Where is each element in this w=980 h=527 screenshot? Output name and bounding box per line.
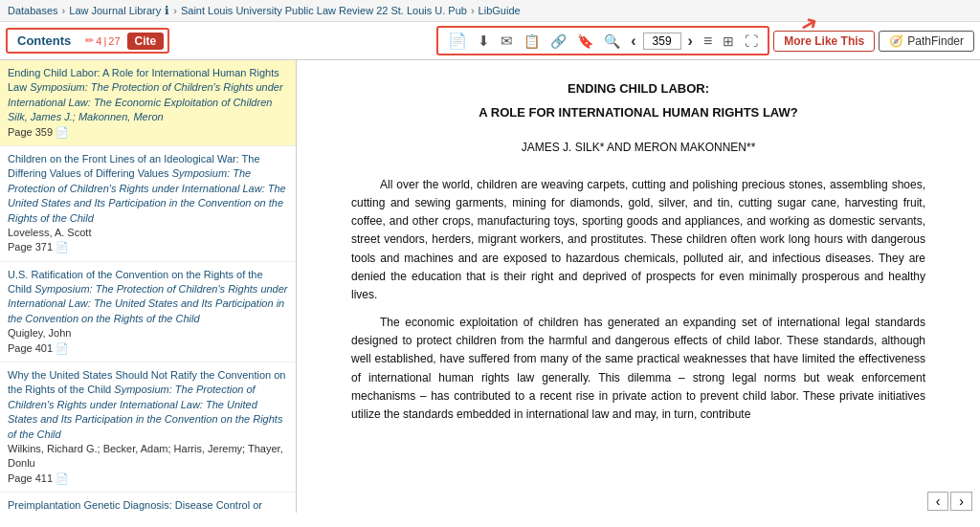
download-button[interactable]: ⬇	[474, 31, 494, 52]
search-icon: 🔍	[604, 33, 620, 49]
document-content: ENDING CHILD LABOR: A ROLE FOR INTERNATI…	[351, 79, 925, 424]
expand-icon: ⛶	[745, 33, 758, 49]
doc-authors: JAMES J. SILK* AND MERON MAKONNEN**	[351, 139, 925, 157]
toc-item-5[interactable]: Preimplantation Genetic Diagnosis: Disea…	[0, 493, 296, 513]
toc-item-1[interactable]: Ending Child Labor: A Role for Internati…	[0, 60, 296, 146]
grid-icon: ⊞	[723, 33, 734, 49]
toc-item-3-title: U.S. Ratification of the Convention on t…	[8, 268, 288, 327]
toc-item-2[interactable]: Children on the Front Lines of an Ideolo…	[0, 146, 296, 262]
search-button[interactable]: 🔍	[600, 32, 624, 51]
contents-button[interactable]: Contents	[11, 32, 77, 50]
breadcrumb-sep3: ›	[471, 5, 475, 16]
toc-item-4[interactable]: Why the United States Should Not Ratify …	[0, 362, 296, 493]
email-button[interactable]: ✉	[497, 31, 517, 52]
prev-page-button[interactable]: ‹	[627, 32, 639, 51]
next-page-button[interactable]: ›	[684, 32, 697, 51]
breadcrumb-law-journal[interactable]: Law Journal Library	[69, 5, 161, 16]
bookmark-button[interactable]: 🔖	[573, 32, 597, 51]
citation-icon: ✏	[85, 34, 94, 47]
toc-item-2-author: Loveless, A. Scott	[8, 226, 288, 240]
bottom-next-button[interactable]: ›	[950, 492, 972, 511]
toc-item-3-author: Quigley, John	[8, 326, 288, 340]
citations-button[interactable]: ✏ 4 | 27	[80, 33, 124, 49]
doc-title-line1: ENDING CHILD LABOR:	[351, 79, 925, 99]
pathfinder-button[interactable]: 🧭 PathFinder	[879, 31, 974, 52]
email-icon: ✉	[501, 33, 513, 49]
citations-count: 4	[96, 35, 101, 47]
menu-view-button[interactable]: ≡	[700, 31, 716, 52]
citations-total: 27	[108, 35, 120, 47]
page-number-input[interactable]: 359	[643, 33, 681, 50]
cite-button[interactable]: Cite	[127, 33, 165, 50]
prev-icon: ‹	[631, 33, 635, 49]
more-like-this-button[interactable]: More Like This	[773, 31, 875, 52]
toc-item-3[interactable]: U.S. Ratification of the Convention on t…	[0, 262, 296, 362]
toolbar: Contents ✏ 4 | 27 Cite 📄 ⬇ ✉ 📋 🔗 🔖	[0, 22, 980, 60]
toc-item-3-page-icon: 📄	[56, 341, 69, 356]
info-icon: ℹ	[165, 4, 169, 17]
breadcrumb-sep1: ›	[62, 5, 66, 16]
toc-item-3-page: Page 401 📄	[8, 341, 288, 356]
toc-item-4-page-icon: 📄	[56, 472, 69, 486]
pathfinder-label: PathFinder	[907, 34, 964, 48]
breadcrumb: Databases › Law Journal Library ℹ › Sain…	[0, 0, 980, 22]
grid-view-button[interactable]: ⊞	[719, 32, 738, 51]
document-panel: ENDING CHILD LABOR: A ROLE FOR INTERNATI…	[297, 60, 980, 513]
toc-item-4-author: Wilkins, Richard G.; Becker, Adam; Harri…	[8, 442, 288, 472]
bottom-nav: ‹ ›	[927, 492, 972, 511]
toc-item-1-title: Ending Child Labor: A Role for Internati…	[8, 66, 288, 125]
main-content: Ending Child Labor: A Role for Internati…	[0, 60, 980, 513]
link-button[interactable]: 🔗	[546, 32, 570, 51]
pdf-icon: 📄	[448, 33, 467, 49]
breadcrumb-databases[interactable]: Databases	[8, 5, 58, 16]
doc-para-1: All over the world, children are weaving…	[351, 176, 925, 304]
copy-icon: 📋	[523, 33, 540, 49]
link-icon: 🔗	[550, 33, 567, 49]
next-icon: ›	[688, 33, 693, 49]
toc-item-4-title: Why the United States Should Not Ratify …	[8, 368, 288, 442]
toc-item-2-link[interactable]: Children on the Front Lines of an Ideolo…	[8, 153, 286, 224]
toolbar-center-group: 📄 ⬇ ✉ 📋 🔗 🔖 🔍 ‹ 359 › ≡ ⊞	[436, 26, 769, 55]
menu-icon: ≡	[703, 33, 712, 49]
more-like-wrapper: ➜ More Like This	[773, 31, 875, 52]
toc-item-1-link[interactable]: Ending Child Labor: A Role for Internati…	[8, 67, 283, 122]
toc-item-4-link[interactable]: Why the United States Should Not Ratify …	[8, 369, 285, 440]
toc-item-1-page-icon: 📄	[56, 125, 69, 140]
citations-sep: |	[103, 35, 106, 47]
copy-button[interactable]: 📋	[520, 32, 544, 51]
pdf-button[interactable]: 📄	[444, 30, 471, 52]
toc-item-5-title: Preimplantation Genetic Diagnosis: Disea…	[8, 498, 288, 513]
toc-item-1-page: Page 359 📄	[8, 125, 288, 140]
toc-panel: Ending Child Labor: A Role for Internati…	[0, 60, 297, 513]
toc-item-2-title: Children on the Front Lines of an Ideolo…	[8, 152, 288, 226]
download-icon: ⬇	[478, 33, 490, 49]
toc-item-2-page: Page 371 📄	[8, 240, 288, 254]
breadcrumb-sep2: ›	[173, 5, 177, 16]
toc-item-4-page: Page 411 📄	[8, 472, 288, 486]
pathfinder-icon: 🧭	[889, 34, 903, 48]
doc-title-line2: A ROLE FOR INTERNATIONAL HUMAN RIGHTS LA…	[351, 103, 925, 123]
doc-para-2: The economic exploitation of children ha…	[351, 314, 925, 424]
breadcrumb-libguide[interactable]: LibGuide	[479, 5, 521, 16]
breadcrumb-review[interactable]: Saint Louis University Public Law Review…	[181, 5, 467, 16]
toolbar-left-group: Contents ✏ 4 | 27 Cite	[6, 28, 169, 54]
toc-item-2-page-icon: 📄	[56, 240, 69, 254]
toc-item-3-link[interactable]: U.S. Ratification of the Convention on t…	[8, 269, 288, 324]
bottom-prev-button[interactable]: ‹	[927, 492, 949, 511]
bookmark-icon: 🔖	[577, 33, 593, 49]
toc-item-5-link[interactable]: Preimplantation Genetic Diagnosis: Disea…	[8, 499, 286, 513]
expand-button[interactable]: ⛶	[741, 32, 762, 51]
